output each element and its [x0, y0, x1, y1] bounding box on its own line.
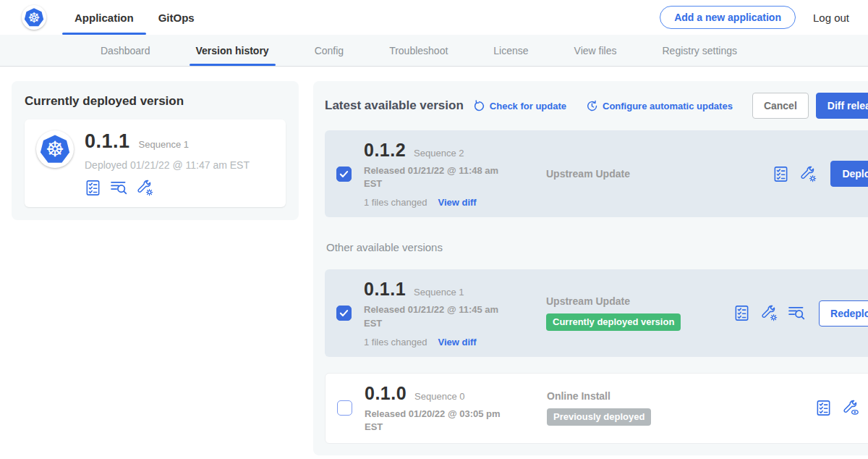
- panel-header: Latest available version Check for updat…: [325, 93, 868, 119]
- version-source: Upstream Update: [516, 168, 773, 180]
- version-actions: Deploy: [773, 161, 868, 187]
- version-number: 0.1.1: [364, 279, 406, 300]
- files-changed-row: 1 files changed View diff: [364, 197, 516, 208]
- check-for-update-label: Check for update: [490, 101, 566, 111]
- currently-deployed-card: Currently deployed version ☸ 0.1.1 Seque…: [12, 81, 299, 220]
- version-action-button[interactable]: Deploy: [830, 161, 868, 187]
- status-badge: Previously deployed: [547, 408, 651, 426]
- version-checkbox[interactable]: [336, 167, 352, 182]
- release-notes-icon[interactable]: [815, 400, 832, 416]
- checkmark-icon: [339, 309, 349, 317]
- released-timestamp: Released 01/21/22 @ 11:45 am EST: [364, 303, 506, 329]
- tab-gitops[interactable]: GitOps: [146, 0, 207, 35]
- files-changed-label: 1 files changed: [364, 337, 427, 348]
- version-number: 0.1.0: [365, 383, 407, 404]
- top-navbar: ☸ Application GitOps Add a new applicati…: [0, 0, 868, 35]
- release-notes-icon[interactable]: [773, 166, 789, 182]
- subnav-item-registry-settings[interactable]: Registry settings: [655, 35, 743, 66]
- release-notes-icon[interactable]: [85, 180, 101, 196]
- version-row: 0.1.0 Sequence 0 Released 01/20/22 @ 03:…: [325, 373, 868, 444]
- released-timestamp: Released 01/20/22 @ 03:05 pm EST: [365, 408, 506, 434]
- configure-automatic-updates-label: Configure automatic updates: [603, 101, 733, 111]
- currently-deployed-title: Currently deployed version: [25, 94, 286, 109]
- version-actions-icons: [733, 305, 805, 321]
- version-info: 0.1.2 Sequence 2 Released 01/21/22 @ 11:…: [364, 140, 516, 208]
- add-application-button[interactable]: Add a new application: [660, 6, 796, 29]
- app-logo[interactable]: ☸: [22, 0, 46, 35]
- latest-available-title: Latest available version: [325, 98, 464, 113]
- sequence-label: Sequence 2: [414, 148, 464, 159]
- deployed-timestamp: Deployed 01/21/22 @ 11:47 am EST: [85, 159, 250, 171]
- version-info: 0.1.1 Sequence 1 Released 01/21/22 @ 11:…: [364, 279, 516, 347]
- files-changed-label: 1 files changed: [364, 197, 427, 208]
- config-gear-icon[interactable]: [137, 180, 153, 196]
- config-gear-icon[interactable]: [800, 166, 817, 182]
- version-actions-icons: [815, 400, 868, 416]
- main-content: Currently deployed version ☸ 0.1.1 Seque…: [0, 67, 868, 459]
- app-subnav: Dashboard Version history Config Trouble…: [0, 35, 868, 67]
- check-for-update-link[interactable]: Check for update: [473, 100, 566, 112]
- subnav-item-config[interactable]: Config: [308, 35, 350, 66]
- version-actions: [815, 400, 868, 416]
- other-versions-title: Other available versions: [326, 241, 868, 253]
- version-checkbox[interactable]: [336, 306, 352, 321]
- version-checkbox[interactable]: [337, 400, 352, 416]
- subnav-item-troubleshoot[interactable]: Troubleshoot: [383, 35, 454, 66]
- release-notes-icon[interactable]: [733, 305, 750, 321]
- config-gear-icon[interactable]: [761, 305, 778, 321]
- deployed-sequence-label: Sequence 1: [139, 139, 189, 150]
- view-diff-link[interactable]: View diff: [438, 337, 476, 348]
- view-diff-link[interactable]: View diff: [438, 197, 476, 208]
- deployed-version-number: 0.1.1: [85, 130, 130, 153]
- subnav-item-version-history[interactable]: Version history: [190, 35, 276, 66]
- deployed-version-card: ☸ 0.1.1 Sequence 1 Deployed 01/21/22 @ 1…: [25, 119, 286, 207]
- refresh-icon: [473, 100, 485, 112]
- diff-logs-icon[interactable]: [111, 180, 127, 196]
- files-changed-row: 1 files changed View diff: [364, 337, 516, 348]
- tab-application[interactable]: Application: [62, 0, 146, 35]
- config-view-icon[interactable]: [843, 400, 859, 416]
- version-action-button[interactable]: Redeploy: [819, 300, 868, 327]
- version-source: Upstream Update Currently deployed versi…: [516, 295, 733, 331]
- logout-link[interactable]: Log out: [813, 12, 849, 24]
- version-source: Online Install Previously deployed: [516, 390, 815, 426]
- version-history-panel: Latest available version Check for updat…: [313, 81, 868, 455]
- topbar-right: Add a new application Log out: [660, 0, 849, 35]
- version-row: 0.1.2 Sequence 2 Released 01/21/22 @ 11:…: [325, 130, 868, 217]
- diff-logs-icon[interactable]: [788, 305, 805, 321]
- deployed-action-icons: [85, 180, 250, 196]
- subnav-item-license[interactable]: License: [487, 35, 535, 66]
- source-label: Online Install: [547, 390, 815, 402]
- version-number: 0.1.2: [364, 140, 406, 161]
- status-badge: Currently deployed version: [546, 313, 681, 331]
- version-actions: Redeploy: [733, 300, 868, 327]
- schedule-icon: [586, 100, 598, 112]
- source-label: Upstream Update: [546, 168, 773, 180]
- subnav-item-view-files[interactable]: View files: [568, 35, 624, 66]
- diff-releases-button[interactable]: Diff releases: [816, 93, 868, 119]
- kubernetes-logo-icon: ☸: [22, 5, 46, 30]
- top-tabs: Application GitOps: [62, 0, 207, 35]
- checkmark-icon: [339, 170, 349, 178]
- source-label: Upstream Update: [546, 295, 733, 307]
- cancel-button[interactable]: Cancel: [752, 93, 809, 119]
- version-actions-icons: [773, 166, 817, 182]
- subnav-item-dashboard[interactable]: Dashboard: [94, 35, 157, 66]
- version-row: 0.1.1 Sequence 1 Released 01/21/22 @ 11:…: [325, 269, 868, 356]
- panel-header-actions: Cancel Diff releases: [752, 93, 868, 119]
- released-timestamp: Released 01/21/22 @ 11:48 am EST: [364, 164, 506, 190]
- configure-automatic-updates-link[interactable]: Configure automatic updates: [586, 100, 733, 112]
- latest-version-rows: 0.1.2 Sequence 2 Released 01/21/22 @ 11:…: [325, 130, 868, 217]
- app-icon: ☸: [36, 130, 74, 168]
- version-info: 0.1.0 Sequence 0 Released 01/20/22 @ 03:…: [365, 383, 516, 434]
- sequence-label: Sequence 1: [414, 287, 464, 298]
- other-version-rows: 0.1.1 Sequence 1 Released 01/21/22 @ 11:…: [325, 269, 868, 444]
- sequence-label: Sequence 0: [414, 391, 464, 402]
